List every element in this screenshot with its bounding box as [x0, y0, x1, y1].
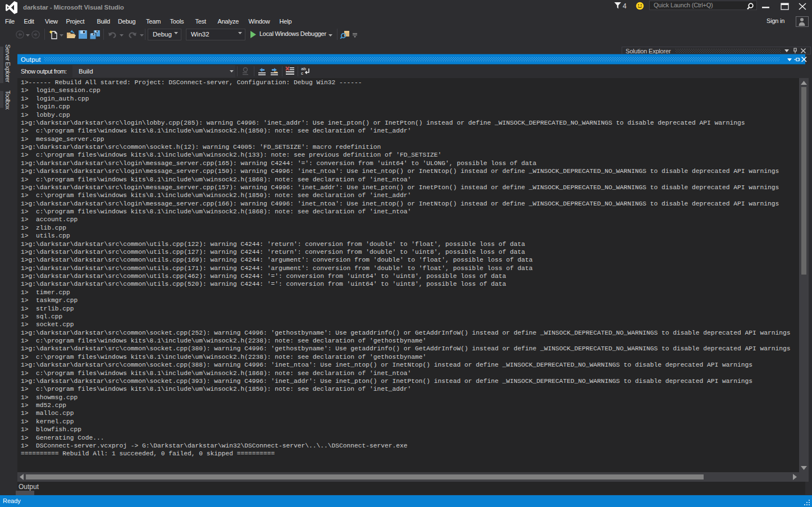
svg-text:c: c — [301, 71, 303, 76]
